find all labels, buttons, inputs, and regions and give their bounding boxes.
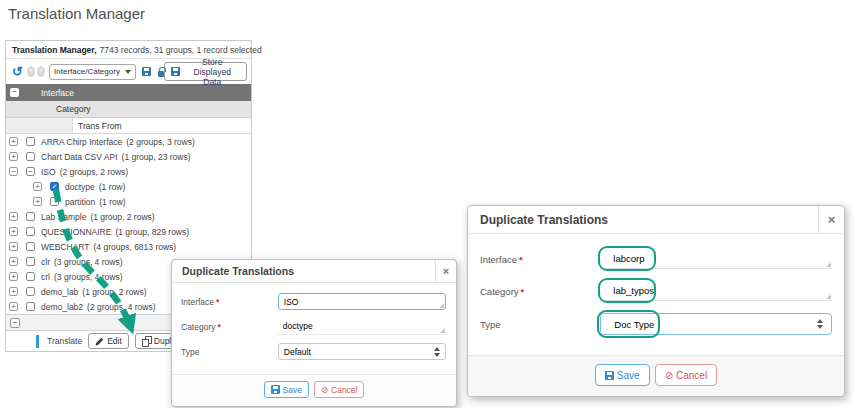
type-field-row: Type Default xyxy=(181,343,446,360)
view-mode-select[interactable]: Interface/Category xyxy=(49,64,136,80)
save-icon xyxy=(171,67,180,76)
tree-row[interactable]: + QUESTIONNAIRE (1 group, 829 rows) xyxy=(6,224,251,239)
collapse-icon[interactable]: − xyxy=(10,318,20,328)
panel-status-title: Translation Manager, xyxy=(12,45,97,55)
cancel-button[interactable]: ⊘ Cancel xyxy=(655,364,718,386)
expander-icon[interactable]: + xyxy=(9,242,18,251)
resize-grip-icon[interactable] xyxy=(440,328,445,333)
expander-icon[interactable]: + xyxy=(9,212,18,221)
row-checkbox[interactable] xyxy=(50,197,59,206)
type-label: Type xyxy=(480,319,600,330)
dialog-body: Interface* labcorp Category* lab_typos T… xyxy=(468,234,844,355)
category-field-row: Category* lab_typos xyxy=(480,281,832,301)
save-icon xyxy=(605,371,614,380)
category-field-row: Category* doctype xyxy=(181,318,446,335)
required-asterisk: * xyxy=(521,286,525,297)
expander-icon[interactable]: + xyxy=(9,287,18,296)
resize-grip-icon[interactable] xyxy=(826,294,831,299)
expander-icon[interactable]: − xyxy=(9,167,18,176)
expander-icon[interactable]: + xyxy=(9,152,18,161)
expander-icon[interactable]: + xyxy=(9,302,18,311)
row-count: (1 group, 829 rows) xyxy=(115,227,189,237)
row-checkbox[interactable]: − xyxy=(26,167,35,176)
tree-row[interactable]: − − ISO (2 groups, 2 rows) xyxy=(6,164,251,179)
row-label: QUESTIONNAIRE xyxy=(41,227,111,237)
tree-row[interactable]: + ✓ doctype (1 row) xyxy=(6,179,251,194)
previous-icon[interactable]: ‹ xyxy=(27,66,35,77)
expander-icon[interactable]: + xyxy=(9,227,18,236)
page-title: Translation Manager xyxy=(8,5,145,22)
select-arrows-icon xyxy=(434,347,440,357)
required-asterisk: * xyxy=(519,254,523,265)
row-checkbox[interactable] xyxy=(26,137,35,146)
save-icon[interactable] xyxy=(142,67,151,76)
collapse-all-icon[interactable]: − xyxy=(10,88,19,97)
required-asterisk: * xyxy=(216,297,219,307)
column-header-interface: − Interface xyxy=(6,84,251,101)
edit-button[interactable]: Edit xyxy=(88,333,129,349)
row-label: Chart Data CSV API xyxy=(41,152,118,162)
refresh-icon[interactable]: ↺ xyxy=(12,66,23,78)
trans-from-spacer-cell xyxy=(6,118,73,133)
interface-input[interactable]: ISO xyxy=(278,293,446,310)
type-select[interactable]: Default xyxy=(278,343,446,360)
row-checkbox[interactable]: ✓ xyxy=(50,182,59,191)
row-count: (1 row) xyxy=(99,197,125,207)
expander-icon[interactable]: + xyxy=(9,137,18,146)
toolbar: ↺ ‹ › Interface/Category Store Displayed… xyxy=(6,59,251,84)
cancel-button[interactable]: ⊘ Cancel xyxy=(314,381,365,398)
row-count: (1 group, 2 rows) xyxy=(82,287,146,297)
translate-label[interactable]: Translate xyxy=(47,336,82,346)
expander-icon[interactable]: + xyxy=(9,272,18,281)
interface-column-label: Interface xyxy=(41,88,74,98)
required-asterisk: * xyxy=(218,322,221,332)
close-icon[interactable]: × xyxy=(818,206,844,233)
lock-icon[interactable] xyxy=(158,71,165,77)
tree-row[interactable]: + Lab Sample (1 group, 2 rows) xyxy=(6,209,251,224)
tree-row[interactable]: + ARRA Chirp Interface (2 groups, 3 rows… xyxy=(6,134,251,149)
dialog-title: Duplicate Translations xyxy=(182,265,294,277)
dialog-header: Duplicate Translations × xyxy=(172,260,456,283)
row-label: clr xyxy=(41,257,50,267)
store-displayed-data-button[interactable]: Store Displayed Data xyxy=(164,62,247,81)
resize-grip-icon[interactable] xyxy=(826,262,831,267)
expander-icon[interactable]: + xyxy=(33,182,42,191)
resize-grip-icon[interactable] xyxy=(439,303,444,308)
next-icon[interactable]: › xyxy=(37,66,45,77)
cancel-icon: ⊘ xyxy=(665,370,673,381)
expander-icon[interactable]: + xyxy=(33,197,42,206)
row-label: demo_lab2 xyxy=(41,302,83,312)
column-header-trans-from: Trans From xyxy=(6,118,251,134)
row-checkbox[interactable] xyxy=(26,287,35,296)
row-checkbox[interactable] xyxy=(26,212,35,221)
row-count: (2 groups, 4 rows) xyxy=(87,302,156,312)
dialog-header: Duplicate Translations × xyxy=(468,206,844,234)
row-count: (4 groups, 6813 rows) xyxy=(94,242,177,252)
copy-icon xyxy=(142,336,151,346)
category-label: Category* xyxy=(181,322,278,332)
save-button[interactable]: Save xyxy=(595,364,650,386)
type-field-row: Type Doc Type xyxy=(480,313,832,335)
category-input[interactable]: lab_typos xyxy=(600,281,832,301)
chevron-down-icon xyxy=(125,70,131,74)
row-count: (2 groups, 2 rows) xyxy=(60,167,129,177)
save-button[interactable]: Save xyxy=(264,381,309,398)
tree-row[interactable]: + partition (1 row) xyxy=(6,194,251,209)
expander-icon[interactable]: + xyxy=(9,257,18,266)
tree-row[interactable]: + WEBCHART (4 groups, 6813 rows) xyxy=(6,239,251,254)
category-input[interactable]: doctype xyxy=(278,318,446,335)
interface-input[interactable]: labcorp xyxy=(600,249,832,269)
row-checkbox[interactable] xyxy=(26,227,35,236)
row-checkbox[interactable] xyxy=(26,302,35,311)
tree-row[interactable]: + Chart Data CSV API (1 group, 23 rows) xyxy=(6,149,251,164)
row-count: (1 group, 23 rows) xyxy=(122,152,191,162)
duplicate-translations-dialog: Duplicate Translations × Interface* labc… xyxy=(467,205,845,397)
column-header-category: Category xyxy=(6,101,251,118)
interface-label: Interface* xyxy=(480,254,600,265)
row-checkbox[interactable] xyxy=(26,257,35,266)
row-checkbox[interactable] xyxy=(26,152,35,161)
type-select[interactable]: Doc Type xyxy=(600,313,832,335)
close-icon[interactable]: × xyxy=(435,260,456,282)
row-checkbox[interactable] xyxy=(26,242,35,251)
row-checkbox[interactable] xyxy=(26,272,35,281)
